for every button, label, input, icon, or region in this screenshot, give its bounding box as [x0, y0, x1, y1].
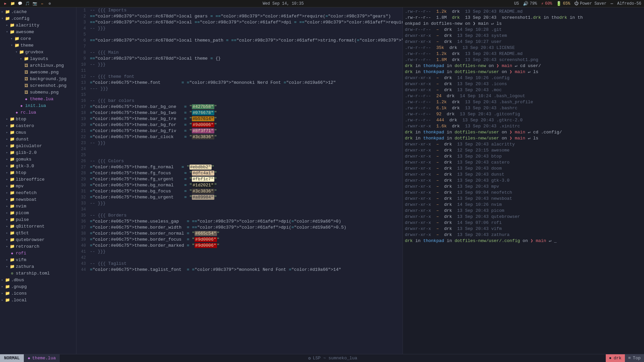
tree-label-glib-2.0: glib-2.0 [16, 150, 37, 156]
line-content: =="color:#98c379">"color:#c678dd">local … [90, 19, 402, 25]
line-number: 27 [78, 164, 90, 170]
tree-item-config[interactable]: ▾📁.config [0, 15, 76, 22]
tree-item-layouts[interactable]: ▸📁layouts [0, 56, 76, 62]
tree-label-libreoffice: libreoffice [16, 177, 45, 183]
terminal-panel[interactable]: .rw-r--r-- 1.2k drk 13 Sep 20:43 README.… [402, 7, 644, 354]
topbar-icon-3[interactable]: 🎵 [25, 1, 30, 6]
terminal-line: .rw-r--r-- 24 drk 14 Sep 10:24 .bash_log… [405, 93, 642, 99]
tree-item-btop[interactable]: ▸📁btop [0, 116, 76, 123]
tree-item-newsboat[interactable]: ▸📁newsboat [0, 196, 76, 203]
tree-item-icons[interactable]: ▸📁.icons [0, 290, 76, 297]
tree-item-retroarch[interactable]: ▸📁retroarch [0, 243, 76, 250]
tree-item-submenu[interactable]: 🖼submenu.png [0, 89, 76, 96]
line-content: -- }}} [90, 25, 401, 32]
code-editor[interactable]: 1-- {{{ Imports2=="color:#98c379">"color… [76, 7, 402, 354]
line-number: 43 [78, 261, 90, 267]
code-line-16: 16-- {{{ bar colors [76, 98, 402, 104]
tree-label-retroarch: retroarch [16, 244, 39, 250]
code-line-13: 13="color:#e06c75">theme.font = ="color:… [76, 80, 402, 86]
line-number: 29 [78, 176, 90, 182]
tree-item-rc-lua[interactable]: ◆rc.lua [0, 109, 76, 116]
tree-item-local[interactable]: ▸📁.local [0, 297, 76, 304]
tree-item-libreoffice[interactable]: ▸📁libreoffice [0, 176, 76, 183]
folder-icon: 📁 [10, 124, 15, 128]
tree-item-gnupg[interactable]: ▸📁.gnupg [0, 284, 76, 290]
folder-icon: 📁 [10, 238, 15, 242]
code-line-37: 37="color:#e06c75">theme.border_width = … [76, 225, 402, 231]
file-tree[interactable]: ▸📁.cache▾📁.config▸📁alacritty▾📁awesome▸📁c… [0, 7, 76, 354]
tree-label-background: background.jpg [30, 76, 66, 82]
topbar-icon-0[interactable]: ▶ [3, 1, 8, 6]
folder-icon: 📁 [5, 298, 10, 303]
tree-item-pulse[interactable]: ▸📁pulse [0, 217, 76, 223]
tree-item-dunst[interactable]: ▸📁dunst [0, 136, 76, 143]
terminal-line: .rw-r--r-- 444 drk 13 Sep 20:43 .gtkrc-2… [405, 117, 642, 123]
code-line-15: 15 [76, 92, 402, 98]
tree-item-castero[interactable]: ▸📁castero [0, 123, 76, 129]
tree-item-cache[interactable]: ▸📁.cache [0, 9, 76, 15]
code-line-8: 8-- {{{ Main [76, 50, 402, 56]
tree-item-gruvbox[interactable]: ▾📁gruvbox [0, 49, 76, 56]
tree-item-archlinux[interactable]: 🖼archlinux.png [0, 62, 76, 69]
line-content: ="color:#e06c75">theme.bg_urgent = "#a89… [90, 194, 401, 200]
tree-label-castero: castero [16, 123, 34, 129]
tree-item-theme[interactable]: ▾📁theme [0, 42, 76, 49]
topbar-user: Alfredo-56 [617, 1, 641, 6]
topbar-keyboard: US [514, 1, 519, 6]
line-number: 12 [78, 74, 90, 80]
tree-item-gomuks[interactable]: ▸📁gomuks [0, 156, 76, 163]
tree-label-qutebrowser: qutebrowser [16, 237, 45, 243]
topbar-icon-6[interactable]: ⚙ [47, 1, 52, 6]
folder-icon: 📁 [5, 291, 10, 296]
tree-item-cmus[interactable]: ▸📁cmus [0, 129, 76, 136]
sb-right: ● drk ≡ Top [606, 354, 644, 362]
tree-item-awesome-png[interactable]: 🖼awesome.png [0, 69, 76, 76]
tree-item-neofetch[interactable]: ▸📁neofetch [0, 190, 76, 196]
lua-icon: ◆ [20, 104, 23, 108]
tree-item-awesome[interactable]: ▾📁awesome [0, 29, 76, 36]
tree-item-rofi[interactable]: ◆rofi [0, 250, 76, 257]
tree-item-nvim[interactable]: ▸📁nvim [0, 203, 76, 210]
tree-item-qutebrowser[interactable]: ▸📁qutebrowser [0, 237, 76, 243]
line-number: 8 [78, 50, 90, 56]
tree-item-zathura[interactable]: ▸📁zathura [0, 263, 76, 270]
tree-label-awesome: awesome [16, 29, 34, 35]
tree-item-mpv[interactable]: ▸📁mpv [0, 183, 76, 190]
line-number: 18 [78, 110, 90, 116]
tree-item-galculator[interactable]: ▸📁galculator [0, 143, 76, 149]
tree-item-dbus[interactable]: ▸📁.dbus [0, 277, 76, 284]
line-content: ="color:#e06c75">theme.border_normal = "… [90, 231, 401, 237]
tree-label-cmus: cmus [16, 130, 26, 136]
tree-item-picom[interactable]: ▸📁picom [0, 210, 76, 217]
tree-label-galculator: galculator [16, 143, 42, 149]
tree-item-htop[interactable]: ▸📁htop [0, 170, 76, 176]
folder-icon: 📁 [10, 157, 15, 162]
sb-lsp-text: LSP ~ sumneko_lua [313, 356, 358, 361]
topbar-icon-2[interactable]: 💬 [17, 1, 23, 6]
tree-item-gtk-3.0[interactable]: ▸📁gtk-3.0 [0, 163, 76, 170]
code-line-33: 33-- }}} [76, 200, 402, 206]
tree-item-core[interactable]: ▸📁core [0, 36, 76, 42]
tree-item-theme-lua[interactable]: ◆theme.lua [0, 96, 76, 103]
tree-item-qBittorrent[interactable]: ▸📁qBittorrent [0, 223, 76, 230]
tree-item-starship[interactable]: ⚙starship.toml [0, 270, 76, 277]
topbar-icon-1[interactable]: 📁 [10, 1, 15, 6]
tree-item-screenshot[interactable]: 🖼screenshot.png [0, 82, 76, 89]
folder-icon: 📁 [24, 57, 29, 61]
line-content: ="color:#e06c75">theme.bar_bg_one = "#42… [90, 104, 401, 110]
img-icon: 🖼 [24, 64, 28, 68]
tree-item-background[interactable]: 🖼background.jpg [0, 76, 76, 82]
code-line-14: 14--- }}} [76, 86, 402, 92]
tree-item-glib-2.0[interactable]: ▸📁glib-2.0 [0, 149, 76, 156]
topbar-icon-4[interactable]: 📷 [32, 1, 38, 6]
topbar-icon-5[interactable]: ✏ [40, 1, 45, 6]
sb-lsp: ⚙ LSP ~ sumneko_lua [60, 356, 605, 361]
line-content: ="color:#e06c75">theme.taglist_font = ="… [90, 267, 401, 273]
tree-item-vifm[interactable]: ▸📁vifm [0, 257, 76, 263]
line-number: 35 [78, 213, 90, 219]
tree-item-qt5ct[interactable]: ▸📁qt5ct [0, 230, 76, 237]
line-number: 31 [78, 188, 90, 194]
tree-item-init-lua[interactable]: ◆init.lua [0, 103, 76, 109]
folder-icon: 📁 [10, 218, 15, 222]
tree-item-alacritty[interactable]: ▸📁alacritty [0, 22, 76, 29]
